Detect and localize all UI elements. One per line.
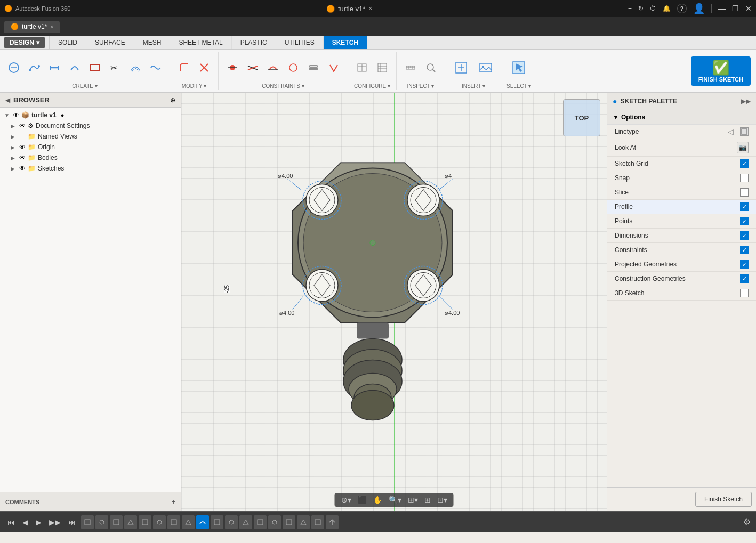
perpendicular-button[interactable]: [284, 60, 303, 75]
measure-button[interactable]: [401, 60, 420, 75]
timeline-item-17[interactable]: [311, 515, 324, 529]
tab-plastic[interactable]: PLASTIC: [232, 36, 276, 49]
timeline-item-12[interactable]: [239, 515, 252, 529]
trim-button[interactable]: [195, 60, 214, 75]
image-button[interactable]: [474, 58, 497, 77]
browser-item-document-settings[interactable]: ▶ 👁 ⚙ Document Settings: [0, 120, 181, 131]
notification-button[interactable]: 🔔: [663, 5, 671, 12]
browser-root-item[interactable]: ▼ 👁 📦 turtle v1 ●: [0, 110, 181, 120]
viewport[interactable]: -25 TOP: [181, 93, 607, 511]
snap-button[interactable]: ⊡▾: [435, 495, 449, 505]
linetype-box[interactable]: [740, 127, 749, 136]
grid-button[interactable]: ⊞: [422, 495, 433, 505]
history-button[interactable]: ⏱: [650, 5, 656, 12]
timeline-item-2[interactable]: [95, 515, 108, 529]
close-button[interactable]: ✕: [745, 4, 752, 13]
timeline-item-11[interactable]: [225, 515, 238, 529]
browser-options-icon[interactable]: ⊕: [170, 96, 175, 104]
finish-sketch-button[interactable]: ✅ FINISH SKETCH: [691, 56, 751, 86]
linetype-angle-icon[interactable]: ◁: [728, 127, 734, 136]
timeline-item-14[interactable]: [268, 515, 281, 529]
root-settings-icon[interactable]: ●: [61, 112, 65, 118]
browser-item-named-views[interactable]: ▶ 👁 📁 Named Views: [0, 131, 181, 142]
tab-sketch[interactable]: SKETCH: [324, 36, 367, 49]
zoom-fit-button[interactable]: 🔍▾: [387, 495, 404, 505]
timeline-item-3[interactable]: [110, 515, 123, 529]
tab-utilities[interactable]: UTILITIES: [276, 36, 324, 49]
constraints-checkbox[interactable]: ✓: [740, 246, 749, 254]
slice-checkbox[interactable]: [740, 188, 749, 197]
line-tool-button[interactable]: [4, 60, 23, 75]
display-button[interactable]: ⬛: [356, 495, 369, 505]
refresh-button[interactable]: ↻: [638, 5, 644, 12]
browser-item-origin[interactable]: ▶ 👁 📁 Origin: [0, 142, 181, 152]
equal-button[interactable]: [304, 60, 323, 75]
insert-large-button[interactable]: [449, 58, 473, 77]
document-tab[interactable]: 🟠 turtle v1* ×: [4, 21, 60, 33]
eye-icon[interactable]: 👁: [19, 154, 26, 161]
tab-sheet-metal[interactable]: SHEET METAL: [170, 36, 231, 49]
table-button[interactable]: [352, 60, 372, 75]
snap-checkbox[interactable]: [740, 174, 749, 182]
timeline-item-8[interactable]: [182, 515, 195, 529]
wave-button[interactable]: [146, 60, 165, 75]
timeline-item-6[interactable]: [153, 515, 166, 529]
palette-expand-icon[interactable]: ▶▶: [741, 98, 751, 105]
browser-collapse-icon[interactable]: ◀: [5, 96, 10, 104]
projected-geometries-checkbox[interactable]: ✓: [740, 260, 749, 269]
tab-mesh[interactable]: MESH: [134, 36, 171, 49]
dimensions-checkbox[interactable]: ✓: [740, 231, 749, 240]
eye-icon[interactable]: 👁: [13, 111, 19, 119]
tab-solid[interactable]: SOLID: [50, 36, 86, 49]
finish-sketch-palette-button[interactable]: Finish Sketch: [695, 492, 752, 507]
coincident-button[interactable]: [223, 60, 242, 75]
skip-start-button[interactable]: ⏮: [5, 517, 17, 528]
display-mode-button[interactable]: ⊞▾: [406, 495, 420, 505]
nav-cube[interactable]: TOP: [563, 99, 600, 136]
3d-sketch-checkbox[interactable]: [740, 289, 749, 297]
profile-button[interactable]: 👤: [693, 3, 705, 14]
points-checkbox[interactable]: ✓: [740, 217, 749, 225]
timeline-item-15[interactable]: [283, 515, 295, 529]
browser-item-sketches[interactable]: ▶ 👁 📁 Sketches: [0, 163, 181, 174]
options-section-header[interactable]: ▼ Options: [607, 110, 756, 125]
parameters-button[interactable]: [373, 60, 392, 75]
timeline-item-7[interactable]: [167, 515, 180, 529]
eye-icon[interactable]: 👁: [19, 165, 26, 172]
look-at-button[interactable]: 📷: [737, 142, 749, 153]
step-back-button[interactable]: ◀: [20, 517, 30, 528]
origin-button[interactable]: ⊕▾: [339, 495, 353, 505]
offset-button[interactable]: [126, 60, 145, 75]
skip-end-button[interactable]: ⏭: [66, 517, 78, 528]
restore-button[interactable]: ❐: [732, 4, 739, 13]
step-forward-button[interactable]: ▶▶: [47, 517, 63, 528]
profile-checkbox[interactable]: ✓: [740, 202, 749, 211]
line-segment-button[interactable]: [45, 60, 64, 75]
symmetric-button[interactable]: [324, 60, 343, 75]
help-button[interactable]: ?: [677, 4, 687, 13]
fillet-button[interactable]: [174, 60, 194, 75]
add-comment-button[interactable]: +: [172, 498, 175, 506]
timeline-item-18[interactable]: [326, 515, 339, 529]
timeline-item-10[interactable]: [211, 515, 223, 529]
timeline-item-4[interactable]: [124, 515, 137, 529]
tab-close-icon[interactable]: ×: [50, 24, 53, 30]
eye-icon[interactable]: 👁: [19, 133, 26, 140]
eye-icon[interactable]: 👁: [19, 143, 26, 151]
timeline-item-13[interactable]: [254, 515, 267, 529]
scissors-button[interactable]: ✂: [106, 60, 125, 75]
spline-tool-button[interactable]: [25, 60, 44, 75]
rectangle-tool-button[interactable]: [85, 60, 104, 75]
timeline-item-9[interactable]: [196, 515, 209, 529]
select-button[interactable]: [507, 58, 530, 77]
collinear-button[interactable]: [243, 60, 262, 75]
arc-tool-button[interactable]: [65, 60, 84, 75]
tab-surface[interactable]: SURFACE: [86, 36, 134, 49]
new-tab-button[interactable]: +: [628, 5, 632, 12]
minimize-button[interactable]: —: [718, 4, 726, 13]
construction-geometries-checkbox[interactable]: ✓: [740, 274, 749, 283]
timeline-item-1[interactable]: [81, 515, 94, 529]
zoom-button[interactable]: [421, 60, 440, 75]
eye-icon[interactable]: 👁: [19, 122, 26, 129]
tangent-button[interactable]: [263, 60, 283, 75]
